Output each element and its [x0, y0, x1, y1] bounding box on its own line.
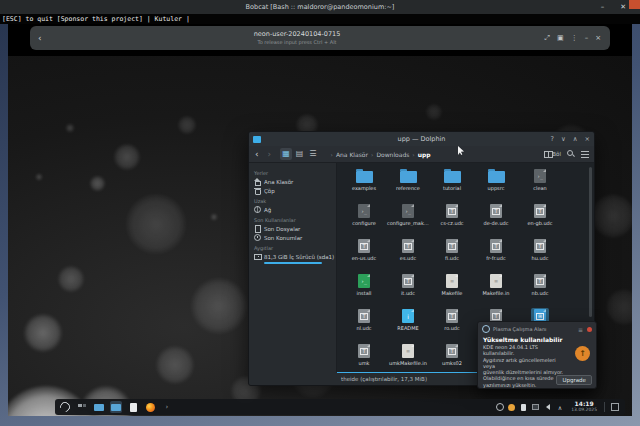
- notification-close-icon[interactable]: [587, 327, 592, 332]
- text-editor-icon[interactable]: [127, 401, 139, 413]
- details-view-icon[interactable]: ☰: [307, 148, 318, 160]
- file-label: cs-cz.udc: [438, 220, 465, 226]
- breadcrumb-segment[interactable]: Downloads: [376, 151, 409, 158]
- file-item[interactable]: examples: [342, 166, 386, 201]
- dolphin-icon[interactable]: [93, 401, 105, 413]
- upgrade-button[interactable]: Upgrade: [556, 375, 592, 385]
- fullscreen-icon[interactable]: ⤢: [544, 34, 550, 42]
- kebab-menu-icon[interactable]: ⋮: [571, 34, 578, 42]
- host-minimize-button[interactable]: –: [601, 0, 605, 14]
- terminal-tray-icon[interactable]: [532, 403, 540, 411]
- chevron-right-icon[interactable]: ›: [161, 401, 173, 413]
- sidebar-item-son-konumlar[interactable]: Son Konumlar: [254, 234, 336, 241]
- sidebar-item-81-3-gib-i-s-r-c-sda1-[interactable]: 81,3 GiB İç Sürücü (sda1): [254, 253, 336, 260]
- sidebar-item--p[interactable]: Çöp: [254, 187, 336, 194]
- file-item[interactable]: ≡Makefile: [430, 271, 474, 306]
- scrollbar[interactable]: [589, 167, 592, 317]
- help-button[interactable]: ?: [551, 132, 554, 146]
- close-button[interactable]: ×: [585, 132, 590, 146]
- pager-icon[interactable]: [76, 401, 88, 413]
- file-item[interactable]: Tumks02: [430, 341, 474, 376]
- minimize-icon[interactable]: –: [585, 34, 589, 42]
- dolphin-window-title: upp — Dolphin: [249, 135, 594, 143]
- file-item[interactable]: Tfr-fr.udc: [474, 236, 518, 271]
- notification-configure-icon[interactable]: ≡: [578, 326, 583, 333]
- vm-header-bar: ‹ neon-user-20240104-0715 To release inp…: [30, 26, 610, 50]
- file-item[interactable]: ›_configure_makefile: [386, 201, 430, 236]
- bokeh-circle: [191, 278, 247, 334]
- file-item[interactable]: Tfi.udc: [430, 236, 474, 271]
- digital-clock[interactable]: 14:19 13.09.2025: [571, 401, 597, 413]
- file-item[interactable]: ≡Makefile.in: [474, 271, 518, 306]
- file-icon-wrap: ›_: [355, 273, 373, 289]
- screenshot-icon[interactable]: ▣: [557, 34, 564, 42]
- file-item[interactable]: reference: [386, 166, 430, 201]
- bokeh-circle: [114, 144, 140, 170]
- file-item[interactable]: Tes.udc: [386, 236, 430, 271]
- file-item[interactable]: Tro.udc: [430, 306, 474, 341]
- forward-button[interactable]: ›: [262, 149, 275, 159]
- file-item[interactable]: Tcs-cz.udc: [430, 201, 474, 236]
- recent-locations-icon: [254, 234, 261, 241]
- update-notifier-icon[interactable]: [508, 403, 516, 411]
- file-item[interactable]: Tnb.udc: [518, 271, 562, 306]
- file-label: fr-fr.udc: [484, 255, 507, 261]
- file-item[interactable]: tutorial: [430, 166, 474, 201]
- places-panel: YerlerAna KlasörÇöpUzakAğSon Kullanılanl…: [249, 163, 337, 372]
- file-icon-wrap: ›_: [399, 203, 417, 219]
- folder-icon: [356, 171, 373, 183]
- clipboard-icon[interactable]: [520, 403, 528, 411]
- compact-view-icon[interactable]: ▤: [294, 148, 306, 160]
- hamburger-menu-icon[interactable]: [581, 151, 589, 158]
- back-button[interactable]: ‹: [249, 149, 262, 159]
- maximize-button[interactable]: ∧: [573, 132, 578, 146]
- file-glyph: ›_: [361, 278, 367, 284]
- file-item[interactable]: ›_install: [342, 271, 386, 306]
- dolphin-active-task-icon[interactable]: [110, 401, 122, 413]
- file-glyph: ›_: [361, 208, 367, 214]
- volume-icon[interactable]: [544, 403, 552, 411]
- file-item[interactable]: uppsrc: [474, 166, 518, 201]
- file-item[interactable]: Thu.udc: [518, 236, 562, 271]
- places-section-header: Yerler: [254, 170, 336, 176]
- sidebar-item-label: Son Konumlar: [264, 235, 302, 241]
- sidebar-item-ana-klas-r[interactable]: Ana Klasör: [254, 178, 336, 185]
- host-close-button[interactable]: ✕: [620, 0, 626, 14]
- file-glyph: T: [448, 243, 455, 250]
- file-item[interactable]: Tnl.udc: [342, 306, 386, 341]
- file-item[interactable]: Tit.udc: [386, 271, 430, 306]
- file-item[interactable]: iREADME: [386, 306, 430, 341]
- bokeh-circle: [58, 266, 84, 292]
- close-icon[interactable]: ×: [595, 34, 601, 42]
- bokeh-circle: [591, 194, 632, 238]
- file-item[interactable]: Tde-de.udc: [474, 201, 518, 236]
- sidebar-item-son-dosyalar[interactable]: Son Dosyalar: [254, 225, 336, 232]
- bokeh-circle: [211, 214, 217, 220]
- status-icon[interactable]: [496, 403, 504, 411]
- icons-view-icon[interactable]: ▦: [280, 148, 292, 160]
- minimize-button[interactable]: ∨: [561, 132, 566, 146]
- firefox-icon[interactable]: [144, 401, 156, 413]
- file-item[interactable]: ›_clean: [518, 166, 562, 201]
- file-icon: T: [402, 274, 414, 288]
- app-launcher-icon[interactable]: [59, 401, 71, 413]
- file-icon-wrap: T: [399, 273, 417, 289]
- sidebar-item-a-[interactable]: Ağ: [254, 206, 336, 213]
- file-icon: T: [534, 274, 546, 288]
- show-desktop-button[interactable]: [609, 401, 621, 413]
- breadcrumb-segment[interactable]: upp: [418, 151, 431, 158]
- file-icon: ›_: [358, 204, 370, 218]
- sidebar-item-label: Ağ: [264, 207, 271, 213]
- file-item[interactable]: Ten-us.udc: [342, 236, 386, 271]
- tray-expander-icon[interactable]: ∧: [558, 404, 562, 411]
- split-button[interactable]: Böl: [544, 151, 561, 158]
- file-item[interactable]: ›_configure: [342, 201, 386, 236]
- file-item[interactable]: Ten-gb.udc: [518, 201, 562, 236]
- recent-files-icon: [254, 225, 261, 232]
- file-item[interactable]: Tumk: [342, 341, 386, 376]
- dolphin-titlebar[interactable]: upp — Dolphin ?∨∧×: [249, 132, 594, 146]
- file-item[interactable]: ≡umkMakefile.in: [386, 341, 430, 376]
- breadcrumb-segment[interactable]: Ana Klasör: [336, 151, 368, 158]
- search-icon[interactable]: [567, 150, 575, 158]
- vm-back-chevron[interactable]: ‹: [30, 33, 50, 43]
